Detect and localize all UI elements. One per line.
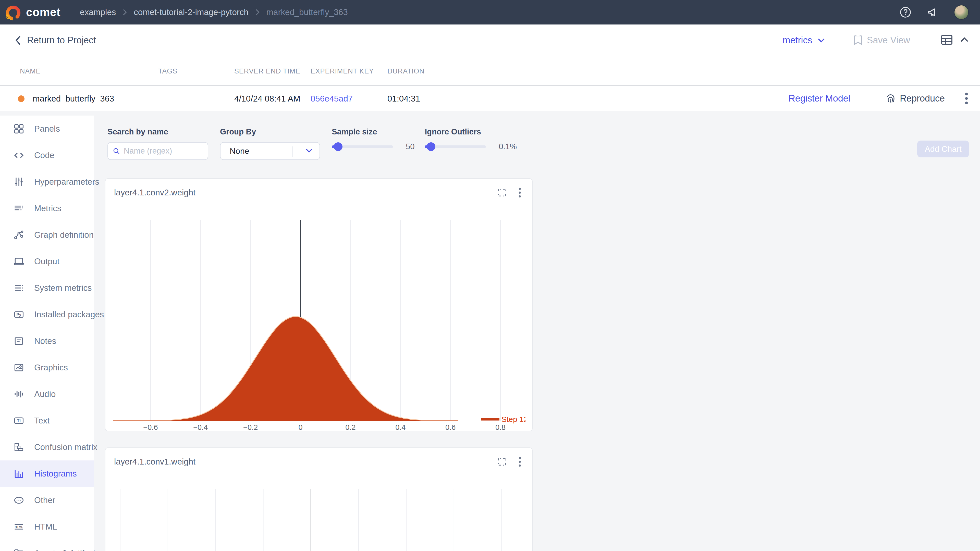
python-package-icon: Py [13,309,24,320]
sidebar-item-audio[interactable]: Audio [0,381,94,407]
add-chart-button[interactable]: Add Chart [917,141,969,157]
kebab-menu-icon[interactable] [514,456,525,467]
column-header-server-end-time[interactable]: SERVER END TIME [234,67,301,75]
breadcrumb-item: marked_butterfly_363 [266,7,348,17]
ignore-outliers-slider[interactable] [425,142,486,151]
reproduce-label: Reproduce [900,93,945,104]
ellipsis-icon [13,495,24,506]
register-model-button[interactable]: Register Model [789,93,850,104]
bookmark-icon [853,35,863,46]
svg-text:−0.6: −0.6 [143,423,158,431]
sidebar-item-installed-packages[interactable]: Py Installed packages [0,301,94,328]
sidebar-item-label: Hyperparameters [34,177,99,187]
experiment-table-header: NAME TAGS SERVER END TIME EXPERIMENT KEY… [0,56,980,86]
group-by-select[interactable]: None [220,142,320,160]
svg-text:−0.4: −0.4 [193,423,208,431]
sidebar-item-label: Panels [34,124,60,134]
return-to-project-label: Return to Project [27,35,96,46]
collapse-caret-icon[interactable] [960,37,969,44]
sidebar-item-notes[interactable]: Notes [0,328,94,354]
chart-title: layer4.1.conv2.weight [114,188,196,197]
divider [293,146,293,157]
fingerprint-icon [886,93,896,104]
code-icon [13,150,24,161]
experiment-sidebar: Panels Code Hyperparameters Metrics Grap… [0,116,94,551]
system-lines-icon [13,283,24,294]
sidebar-item-assets-artifacts[interactable]: Assets & Artifacts [0,540,94,551]
svg-text:HTML: HTML [14,525,23,529]
breadcrumb-item[interactable]: comet-tutorial-2-image-pytorch [134,7,248,17]
sidebar-item-hyperparameters[interactable]: Hyperparameters [0,168,94,195]
column-header-duration[interactable]: DURATION [387,67,425,75]
sidebar-item-code[interactable]: Code [0,142,94,168]
sidebar-item-label: System metrics [34,283,92,293]
sidebar-item-other[interactable]: Other [0,487,94,513]
sidebar-item-system-metrics[interactable]: System metrics [0,275,94,301]
sidebar-item-label: Audio [34,389,56,399]
reproduce-button[interactable]: Reproduce [886,93,945,104]
column-header-experiment-key[interactable]: EXPERIMENT KEY [310,67,374,75]
search-input[interactable] [107,142,208,160]
svg-text:0.4: 0.4 [395,423,406,431]
return-to-project-button[interactable]: Return to Project [14,35,96,46]
group-by-value: None [230,146,249,156]
experiment-name[interactable]: marked_butterfly_363 [33,94,114,103]
ignore-outliers-value: 0.1% [499,142,517,151]
folder-icon [13,548,24,551]
brand-name: comet [26,6,60,19]
search-field[interactable] [124,146,203,156]
note-icon [13,335,24,347]
chevron-down-icon [818,38,825,43]
help-icon[interactable] [899,6,912,19]
group-by-label: Group By [220,127,320,137]
duration-value: 01:04:31 [387,94,420,103]
sidebar-item-panels[interactable]: Panels [0,116,94,142]
slider-thumb[interactable] [427,142,435,151]
svg-text:0.6: 0.6 [445,423,455,431]
sidebar-item-graph-definition[interactable]: Graph definition [0,222,94,248]
sidebar-item-html[interactable]: HTML HTML [0,513,94,540]
sidebar-item-label: Graphics [34,363,68,372]
sliders-icon [13,176,24,187]
chevron-right-icon [255,9,260,16]
breadcrumb-item[interactable]: examples [80,7,116,17]
slider-thumb[interactable] [334,142,342,151]
column-header-name[interactable]: NAME [20,67,41,75]
row-kebab-menu-icon[interactable] [965,92,968,105]
panels-grid-icon [13,123,24,135]
top-navbar: comet examples comet-tutorial-2-image-py… [0,0,980,24]
svg-text:Py: Py [16,313,21,317]
sample-size-slider[interactable] [332,142,393,151]
chart-card-conv1-weight: layer4.1.conv1.weight −0.8−0.6−0.4−0.200… [105,448,533,551]
sidebar-item-label: Output [34,257,59,266]
sidebar-item-confusion-matrix[interactable]: Confusion matrix [0,434,94,460]
histogram-plot[interactable]: −0.8−0.6−0.4−0.200.20.40.60.8Step 1242 [113,489,525,551]
user-avatar[interactable] [954,5,969,20]
sample-size-value: 50 [406,142,414,151]
sidebar-item-histograms[interactable]: Histograms [0,460,94,487]
save-view-button[interactable]: Save View [853,35,910,46]
expand-icon[interactable] [496,187,508,198]
sidebar-item-output[interactable]: Output [0,248,94,275]
expand-icon[interactable] [496,456,508,467]
svg-text:0.8: 0.8 [495,423,506,431]
waveform-icon [13,389,24,400]
sidebar-item-metrics[interactable]: Metrics [0,195,94,222]
kebab-menu-icon[interactable] [514,187,525,198]
sidebar-item-graphics[interactable]: Graphics [0,354,94,381]
svg-text:0: 0 [298,423,302,431]
view-dropdown[interactable]: metrics [783,35,825,46]
histogram-plot[interactable]: −0.6−0.4−0.200.20.40.60.8Step 1242 [113,220,525,432]
sidebar-item-text[interactable]: Tt Text [0,407,94,434]
sidebar-item-label: Confusion matrix [34,442,97,452]
experiment-key-link[interactable]: 056e45ad7 [310,94,353,103]
search-icon [113,147,120,156]
comet-mark-icon [5,4,22,21]
sidebar-item-label: HTML [34,522,57,532]
table-view-icon[interactable] [941,35,953,46]
column-header-tags[interactable]: TAGS [158,67,177,75]
announcements-icon[interactable] [926,6,940,19]
comet-logo[interactable]: comet [5,4,60,21]
experiment-row[interactable]: marked_butterfly_363 4/10/24 08:41 AM 05… [0,86,980,111]
save-view-label: Save View [867,35,910,46]
